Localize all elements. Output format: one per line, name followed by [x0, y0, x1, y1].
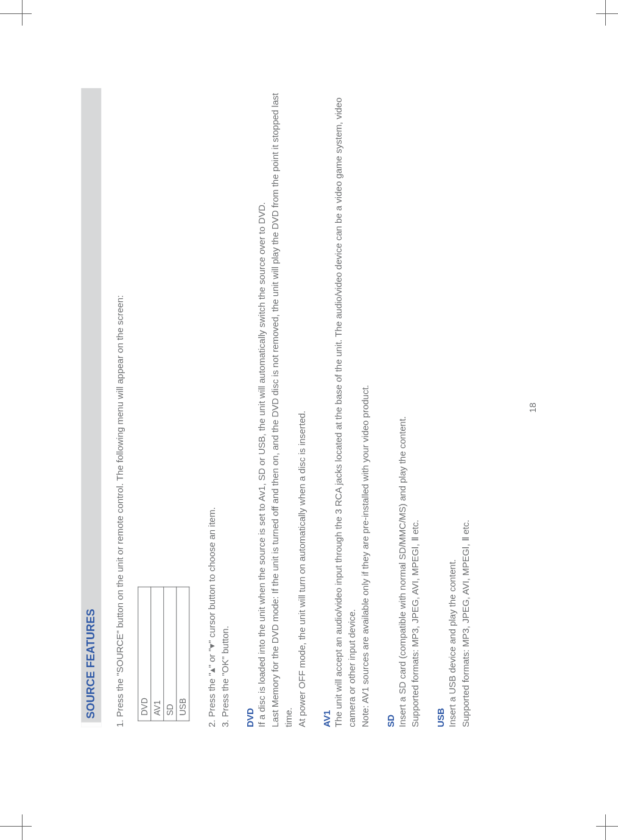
section-title-bar: SOURCE FEATURES [81, 88, 101, 727]
step-2-text: 2. Press the "▴" or "▾" cursor button to… [205, 88, 219, 727]
menu-item: USB [176, 587, 189, 721]
av1-heading: AV1 [321, 88, 332, 727]
source-menu-table: DVD AV1 SD USB [138, 587, 189, 721]
crop-mark [22, 0, 23, 26]
crop-mark [605, 814, 606, 840]
usb-paragraph: Supported formats: MP3, JPEG, AVI, MPEGⅠ… [459, 88, 472, 727]
sd-paragraph: Supported formats: MP3, JPEG, AVI, MPEGⅠ… [409, 88, 422, 727]
menu-item: SD [163, 587, 176, 721]
av1-paragraph: Note: AV1 sources are available only if … [359, 88, 372, 727]
crop-mark [605, 0, 606, 26]
dvd-paragraph: Last Memory for the DVD mode: If the uni… [269, 88, 295, 727]
crop-mark [0, 13, 32, 14]
crop-mark [596, 13, 618, 14]
crop-mark [596, 826, 618, 827]
usb-heading: USB [435, 88, 446, 727]
sd-paragraph: Insert a SD card (compatible with normal… [395, 88, 409, 727]
menu-item: AV1 [150, 587, 163, 721]
page-content: SOURCE FEATURES 1. Press the "SOURCE" bu… [81, 52, 538, 770]
crop-mark [22, 814, 23, 840]
page-number: 18 [527, 88, 537, 727]
av1-paragraph: The unit will accept an audio/video inpu… [332, 88, 359, 727]
menu-item: DVD [138, 587, 150, 721]
step-1-text: 1. Press the "SOURCE" button on the unit… [113, 88, 127, 727]
crop-mark [0, 826, 32, 827]
usb-paragraph: Insert a USB device and play the content… [446, 88, 459, 727]
section-title: SOURCE FEATURES [85, 609, 97, 719]
dvd-paragraph: At power OFF mode, the unit will turn on… [295, 88, 308, 727]
step-3-text: 3. Press the "OK" button. [218, 88, 231, 727]
dvd-paragraph: If a disc is loaded into the unit when t… [255, 88, 269, 727]
dvd-heading: DVD [245, 88, 255, 727]
sd-heading: SD [385, 88, 395, 727]
